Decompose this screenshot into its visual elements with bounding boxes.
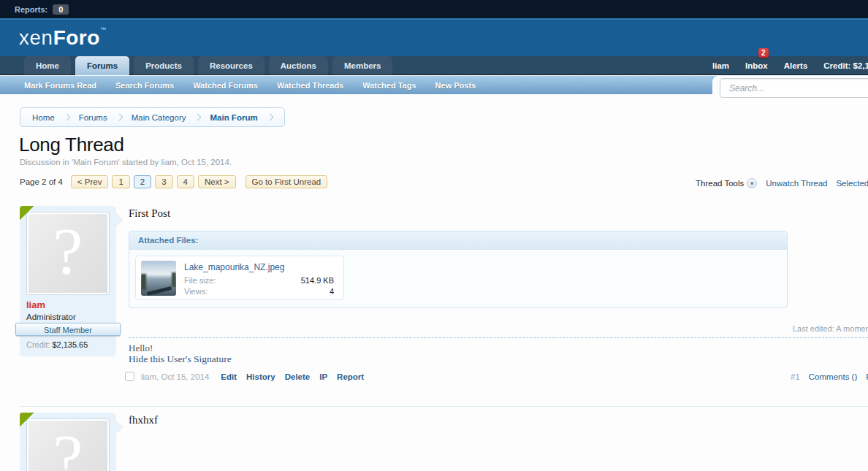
thumbnail-detail: [141, 274, 146, 290]
pagination: Page 2 of 4 < Prev 1 2 3 4 Next > Go to …: [20, 175, 327, 188]
alerts-link[interactable]: Alerts: [784, 61, 808, 70]
last-edited-note: Last edited: A moment ago: [793, 324, 868, 333]
views-label: Views:: [184, 287, 208, 296]
thread-tools-menu[interactable]: Thread Tools▼: [696, 178, 757, 188]
signature-divider: [129, 337, 868, 338]
views-value: 4: [330, 287, 334, 296]
subnav-search-forums[interactable]: Search Forums: [115, 81, 174, 90]
breadcrumb-main-category[interactable]: Main Category: [132, 113, 186, 122]
attachment-views-row: Views: 4: [184, 287, 334, 296]
go-to-first-unread-button[interactable]: Go to First Unread: [245, 175, 328, 188]
post-number: #1: [791, 372, 800, 381]
logo-text-foro: Foro: [53, 26, 100, 49]
attachment-thumbnail[interactable]: [141, 261, 176, 296]
staff-member-banner: Staff Member: [15, 323, 121, 336]
selected-posts-link[interactable]: Selected Posts: [836, 179, 868, 188]
chevron-down-icon[interactable]: ▼: [747, 178, 757, 188]
site-header: xenForo™: [0, 20, 868, 56]
forum-page: Reports: 0 xenForo™ Home Forums Products…: [0, 0, 868, 471]
subnav-watched-threads[interactable]: Watched Threads: [277, 81, 343, 90]
post-bubble-arrow: [116, 213, 123, 226]
credit-label: Credit:: [26, 340, 50, 349]
logo-text-xen: xen: [19, 26, 53, 49]
subnav-links: Mark Forums Read Search Forums Watched F…: [24, 76, 476, 94]
account-links: liam Inbox Alerts Credit: $2,135.65: [712, 56, 868, 75]
ip-link[interactable]: IP: [319, 372, 327, 381]
subnav-watched-forums[interactable]: Watched Forums: [193, 81, 258, 90]
reports-link[interactable]: Reports:: [15, 5, 47, 14]
attachment-filesize-row: File size: 514.9 KB: [184, 276, 334, 285]
subnav-new-posts[interactable]: New Posts: [435, 81, 476, 90]
next-page-button[interactable]: Next >: [198, 175, 236, 188]
post-footer: liam, Oct 15, 2014 Edit History Delete I…: [125, 372, 373, 381]
subnav-watched-tags[interactable]: Watched Tags: [362, 81, 416, 90]
credit-value: $2,135.65: [52, 340, 88, 349]
post-bubble-arrow: [116, 421, 123, 434]
tab-home[interactable]: Home: [24, 56, 71, 75]
signature-text: Hello!: [129, 342, 153, 354]
page-1-button[interactable]: 1: [112, 175, 129, 188]
tab-auctions[interactable]: Auctions: [269, 56, 328, 75]
edit-link[interactable]: Edit: [221, 372, 237, 381]
tab-products[interactable]: Products: [134, 56, 194, 75]
post-separator: [20, 406, 868, 407]
xenforo-logo[interactable]: xenForo™: [19, 26, 106, 50]
inbox-unread-badge: 2: [758, 48, 769, 58]
history-link[interactable]: History: [246, 372, 275, 381]
page-title: Long Thread: [19, 134, 124, 156]
breadcrumb-forums[interactable]: Forums: [79, 113, 107, 122]
thumbnail-detail: [147, 286, 172, 296]
thread-tools-label: Thread Tools: [696, 179, 744, 188]
chevron-right-icon: [194, 114, 202, 121]
page-3-button[interactable]: 3: [155, 175, 172, 188]
post-content: fhxhxf: [129, 414, 158, 426]
select-post-checkbox[interactable]: [125, 372, 134, 381]
thread-description: Discussion in 'Main Forum' started by li…: [20, 158, 232, 166]
page-4-button[interactable]: 4: [177, 175, 194, 188]
tab-resources[interactable]: Resources: [198, 56, 264, 75]
logo-trademark: ™: [100, 26, 107, 33]
nav-tabs: Home Forums Products Resources Auctions …: [24, 56, 397, 75]
online-indicator: [20, 413, 34, 427]
avatar-placeholder-glyph: ?: [53, 424, 83, 471]
report-link[interactable]: Report: [337, 372, 364, 381]
page-2-button-current[interactable]: 2: [134, 175, 151, 188]
avatar[interactable]: ?: [26, 418, 110, 471]
post-footer-right: #1 Comments () Reply: [791, 372, 868, 381]
post-author-username[interactable]: liam: [26, 299, 45, 310]
breadcrumb: Home Forums Main Category Main Forum: [20, 107, 285, 127]
delete-link[interactable]: Delete: [285, 372, 311, 381]
avatar-placeholder-glyph: ?: [53, 218, 83, 285]
tab-members[interactable]: Members: [332, 56, 393, 75]
inbox-link[interactable]: Inbox: [745, 61, 768, 70]
thumbnail-detail: [172, 272, 176, 287]
main-navbar: Home Forums Products Resources Auctions …: [0, 56, 868, 75]
breadcrumb-main-forum[interactable]: Main Forum: [210, 113, 257, 122]
tab-forums[interactable]: Forums: [75, 56, 129, 75]
post-author-role: Administrator: [26, 313, 76, 321]
avatar[interactable]: ?: [26, 212, 110, 295]
chevron-right-icon: [115, 114, 123, 121]
post-meta: liam, Oct 15, 2014: [141, 372, 209, 381]
post-content: First Post: [129, 207, 170, 220]
online-indicator: [20, 206, 34, 221]
attached-files-header: Attached Files:: [129, 231, 787, 250]
subnav-mark-forums-read[interactable]: Mark Forums Read: [24, 81, 96, 90]
credit-link[interactable]: Credit: $2,135.65: [823, 61, 868, 70]
hide-signature-link[interactable]: Hide this User's Signature: [129, 353, 232, 365]
prev-page-button[interactable]: < Prev: [71, 175, 109, 188]
attachment-filename-link[interactable]: Lake_mapourika_NZ.jpeg: [184, 262, 284, 272]
attachment-card[interactable]: Lake_mapourika_NZ.jpeg File size: 514.9 …: [135, 256, 344, 300]
post-author-panel: ? liam Administrator Staff Member Credit…: [20, 206, 116, 356]
unwatch-thread-link[interactable]: Unwatch Thread: [766, 179, 827, 188]
search-input[interactable]: [720, 78, 868, 98]
moderator-bar: Reports: 0: [0, 0, 868, 20]
reports-count-badge: 0: [53, 4, 69, 15]
chevron-right-icon: [266, 114, 273, 121]
account-username-link[interactable]: liam: [712, 61, 729, 70]
breadcrumb-home[interactable]: Home: [32, 113, 55, 122]
comments-link[interactable]: Comments (): [809, 372, 857, 381]
page-indicator: Page 2 of 4: [20, 177, 63, 186]
author-credit: Credit:$2,135.65: [26, 340, 88, 349]
filesize-label: File size:: [184, 276, 216, 285]
